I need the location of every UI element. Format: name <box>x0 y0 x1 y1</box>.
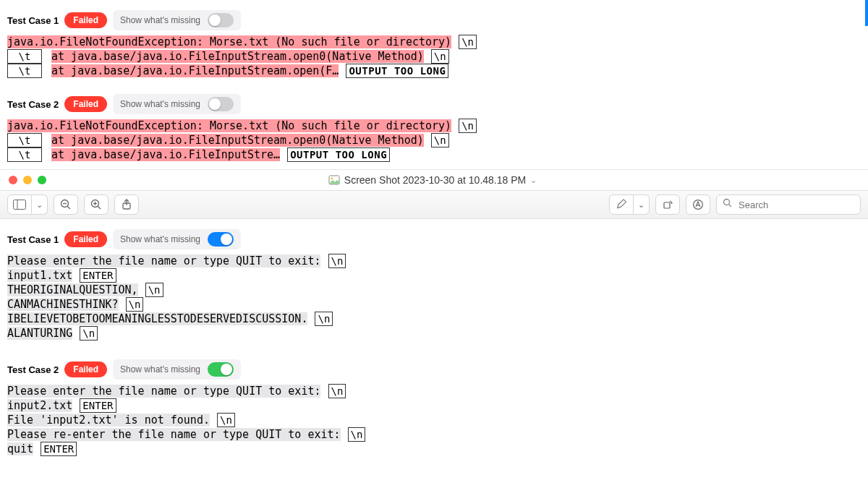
enter-key-badge: ENTER <box>80 398 116 413</box>
svg-point-1 <box>331 178 333 180</box>
escape-newline: \n <box>315 312 333 326</box>
share-button[interactable] <box>114 194 139 215</box>
show-missing-label: Show what's missing <box>120 15 200 25</box>
expected-text: quit <box>7 442 33 455</box>
testcase-2-title: Test Case 2 <box>7 99 59 110</box>
escape-tab: \t <box>7 147 42 162</box>
escape-newline: \n <box>459 119 477 133</box>
escape-newline: \n <box>348 427 366 442</box>
traffic-lights[interactable] <box>9 176 46 184</box>
enter-key-badge: ENTER <box>80 268 116 283</box>
close-window-icon[interactable] <box>9 176 17 184</box>
testcase-2-title-lower: Test Case 2 <box>7 364 59 375</box>
escape-tab: \t <box>7 49 42 64</box>
lower-results-panel: Test Case 1 Failed Show what's missing P… <box>0 219 868 456</box>
chevron-down-icon: ⌄ <box>638 200 644 210</box>
testcase-1-header: Test Case 1 Failed Show what's missing <box>7 10 861 30</box>
search-input[interactable] <box>737 199 846 211</box>
escape-tab: \t <box>7 133 42 147</box>
failed-badge: Failed <box>64 231 107 247</box>
window-title: Screen Shot 2023-10-30 at 10.48.18 PM <box>344 174 526 186</box>
macos-toolbar: ⌄ ⌄ <box>0 190 868 219</box>
upper-results-panel: Test Case 1 Failed Show what's missing j… <box>0 0 868 162</box>
image-file-icon <box>328 174 340 186</box>
escape-newline: \n <box>126 297 144 312</box>
expected-text: CANMACHINESTHINK? <box>7 298 119 311</box>
testcase-1-output-lower: Please enter the file name or type QUIT … <box>7 254 861 341</box>
escape-tab: \t <box>7 64 42 78</box>
error-text: at java.base/java.io.FileInputStream.ope… <box>51 134 424 147</box>
error-text: at java.base/java.io.FileInputStream.ope… <box>51 50 424 63</box>
testcase-2-output-lower: Please enter the file name or type QUIT … <box>7 384 861 456</box>
svg-line-16 <box>729 205 732 207</box>
enter-key-badge: ENTER <box>41 442 77 456</box>
escape-newline: \n <box>217 413 235 427</box>
escape-newline: \n <box>459 35 477 49</box>
escape-newline: \n <box>328 384 346 398</box>
show-missing-control[interactable]: Show what's missing <box>113 359 241 380</box>
show-missing-label: Show what's missing <box>120 234 200 244</box>
show-missing-toggle[interactable] <box>208 97 234 111</box>
fullscreen-window-icon[interactable] <box>38 176 46 184</box>
testcase-2-output: java.io.FileNotFoundException: Morse.txt… <box>7 119 861 162</box>
failed-badge: Failed <box>64 361 107 377</box>
escape-newline: \n <box>145 283 163 297</box>
expected-text: input1.txt <box>7 269 72 282</box>
error-text: at java.base/java.io.FileInputStream.ope… <box>51 64 339 77</box>
show-missing-control[interactable]: Show what's missing <box>113 94 241 114</box>
show-missing-label: Show what's missing <box>120 364 200 374</box>
show-missing-label: Show what's missing <box>120 99 200 109</box>
escape-newline: \n <box>431 49 449 64</box>
testcase-1-title: Test Case 1 <box>7 15 59 26</box>
escape-newline: \n <box>431 133 449 147</box>
testcase-1-title-lower: Test Case 1 <box>7 234 59 245</box>
error-text: java.io.FileNotFoundException: Morse.txt… <box>7 35 451 48</box>
sidebar-view-chevron[interactable]: ⌄ <box>32 194 48 215</box>
svg-line-8 <box>98 206 101 209</box>
testcase-1-header-lower: Test Case 1 Failed Show what's missing <box>7 229 861 249</box>
output-too-long-badge: OUTPUT TOO LONG <box>287 147 390 162</box>
expected-text: Please re-enter the file name or type QU… <box>7 428 341 441</box>
search-field[interactable] <box>716 194 861 215</box>
escape-newline: \n <box>328 254 346 268</box>
expected-text: File 'input2.txt' is not found. <box>7 414 210 427</box>
expected-text: IBELIEVETOBETOOMEANINGLESSTODESERVEDISCU… <box>7 312 307 325</box>
error-text: java.io.FileNotFoundException: Morse.txt… <box>7 119 451 132</box>
sidebar-view-group: ⌄ <box>7 194 48 215</box>
svg-point-15 <box>724 200 730 205</box>
search-icon <box>723 198 733 211</box>
show-missing-toggle[interactable] <box>208 362 234 377</box>
expected-text: input2.txt <box>7 399 72 412</box>
zoom-out-button[interactable] <box>54 194 78 215</box>
chevron-down-icon[interactable]: ⌄ <box>530 176 537 185</box>
error-text: at java.base/java.io.FileInputStre… <box>51 148 280 161</box>
markup-button[interactable] <box>609 194 634 215</box>
macos-preview-window: Screen Shot 2023-10-30 at 10.48.18 PM ⌄ … <box>0 169 868 219</box>
svg-rect-2 <box>14 200 26 210</box>
testcase-2-header-lower: Test Case 2 Failed Show what's missing <box>7 359 861 380</box>
failed-badge: Failed <box>64 12 107 28</box>
testcase-1-output: java.io.FileNotFoundException: Morse.txt… <box>7 35 861 78</box>
markup-chevron[interactable]: ⌄ <box>634 194 650 215</box>
show-missing-control[interactable]: Show what's missing <box>113 10 241 30</box>
right-edge-highlight <box>865 0 868 26</box>
svg-line-5 <box>67 206 70 209</box>
show-missing-control[interactable]: Show what's missing <box>113 229 241 249</box>
macos-titlebar[interactable]: Screen Shot 2023-10-30 at 10.48.18 PM ⌄ <box>0 170 868 190</box>
output-too-long-badge: OUTPUT TOO LONG <box>346 64 448 78</box>
expected-text: Please enter the file name or type QUIT … <box>7 254 320 267</box>
expected-text: Please enter the file name or type QUIT … <box>7 385 320 398</box>
expected-text: THEORIGINALQUESTION, <box>7 283 138 296</box>
minimize-window-icon[interactable] <box>23 176 32 184</box>
show-missing-toggle[interactable] <box>208 13 234 27</box>
show-missing-toggle[interactable] <box>208 232 234 247</box>
chevron-down-icon: ⌄ <box>36 200 43 210</box>
info-button[interactable] <box>686 194 710 215</box>
testcase-2-header: Test Case 2 Failed Show what's missing <box>7 94 861 114</box>
failed-badge: Failed <box>64 96 107 112</box>
expected-text: ALANTURING <box>7 327 72 340</box>
sidebar-view-button[interactable] <box>7 194 32 215</box>
rotate-button[interactable] <box>655 194 680 215</box>
zoom-in-button[interactable] <box>84 194 109 215</box>
markup-group: ⌄ <box>609 194 650 215</box>
